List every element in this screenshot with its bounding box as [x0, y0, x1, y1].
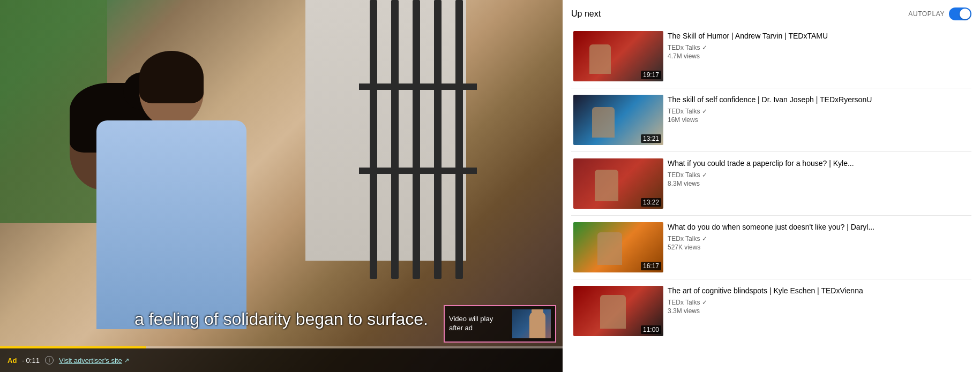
channel-name: TEDx Talks [668, 235, 700, 242]
channel-name: TEDx Talks [668, 171, 700, 179]
video-views: 3.3M views [668, 307, 969, 315]
person-silhouette [54, 51, 279, 329]
thumb-person [597, 232, 622, 265]
toggle-knob [960, 9, 970, 19]
video-card[interactable]: 11:00 The art of cognitive blindspots | … [571, 284, 971, 338]
video-info: What do you do when someone just doesn't… [668, 222, 969, 272]
video-title: The art of cognitive blindspots | Kyle E… [668, 286, 969, 297]
video-title: What if you could trade a paperclip for … [668, 158, 969, 169]
ad-visit-link[interactable]: Visit advertiser's site [59, 356, 122, 365]
autoplay-toggle[interactable] [949, 7, 971, 20]
ad-label: Ad [8, 356, 17, 365]
gate [359, 0, 477, 279]
preview-text: Video will play after ad [449, 315, 508, 333]
video-duration: 13:21 [641, 134, 661, 143]
channel-row: TEDx Talks ✓ [668, 171, 969, 179]
video-card[interactable]: 19:17 The Skill of Humor | Andrew Tarvin… [571, 29, 971, 83]
verified-icon: ✓ [702, 108, 707, 115]
ad-info-button[interactable]: i [45, 356, 54, 365]
thumb-person [600, 295, 626, 329]
video-title: What do you do when someone just doesn't… [668, 222, 969, 233]
video-views: 527K views [668, 244, 969, 251]
autoplay-label: AUTOPLAY [908, 10, 945, 18]
video-player[interactable]: a feeling of solidarity began to surface… [0, 0, 563, 372]
video-info: The art of cognitive blindspots | Kyle E… [668, 286, 969, 336]
video-title: The skill of self confidence | Dr. Ivan … [668, 95, 969, 105]
ad-visit-site[interactable]: Visit advertiser's site ↗ [59, 356, 129, 365]
video-info: The skill of self confidence | Dr. Ivan … [668, 95, 969, 145]
video-thumbnail: 13:21 [573, 95, 663, 145]
verified-icon: ✓ [702, 299, 707, 306]
channel-name: TEDx Talks [668, 299, 700, 306]
ad-bar: Ad · 0:11 i Visit advertiser's site ↗ [0, 348, 563, 372]
thumb-person [595, 170, 618, 201]
video-duration: 11:00 [641, 325, 661, 334]
info-icon: i [49, 357, 50, 363]
video-info: What if you could trade a paperclip for … [668, 158, 969, 209]
video-card[interactable]: 13:21 The skill of self confidence | Dr.… [571, 93, 971, 147]
up-next-sidebar: Up next AUTOPLAY 19:17 The Skill of Humo… [563, 0, 980, 372]
divider [571, 215, 971, 216]
up-next-label: Up next [571, 9, 601, 19]
channel-row: TEDx Talks ✓ [668, 299, 969, 306]
video-thumbnail: 19:17 [573, 31, 663, 81]
video-duration: 19:17 [641, 71, 661, 79]
thumb-person [589, 44, 611, 74]
divider [571, 151, 971, 152]
ad-timer: · 0:11 [22, 356, 40, 365]
channel-row: TEDx Talks ✓ [668, 235, 969, 242]
video-card[interactable]: 16:17 What do you do when someone just d… [571, 220, 971, 275]
video-views: 4.7M views [668, 52, 969, 60]
video-title: The Skill of Humor | Andrew Tarvin | TED… [668, 31, 969, 42]
autoplay-area: AUTOPLAY [908, 7, 971, 20]
channel-name: TEDx Talks [668, 44, 700, 51]
preview-thumbnail [512, 309, 551, 338]
channel-name: TEDx Talks [668, 108, 700, 115]
divider [571, 279, 971, 279]
video-card[interactable]: 13:22 What if you could trade a papercli… [571, 156, 971, 211]
video-duration: 16:17 [641, 262, 661, 270]
verified-icon: ✓ [702, 235, 707, 242]
external-link-icon: ↗ [124, 357, 129, 364]
thumb-person [592, 107, 615, 138]
video-thumbnail: 11:00 [573, 286, 663, 336]
video-info: The Skill of Humor | Andrew Tarvin | TED… [668, 31, 969, 81]
divider [571, 88, 971, 88]
video-views: 8.3M views [668, 180, 969, 187]
video-after-ad-preview: Video will play after ad [444, 305, 556, 343]
video-list: 19:17 The Skill of Humor | Andrew Tarvin… [571, 29, 971, 338]
video-thumbnail: 13:22 [573, 158, 663, 209]
verified-icon: ✓ [702, 171, 707, 179]
verified-icon: ✓ [702, 44, 707, 51]
video-duration: 13:22 [641, 198, 661, 207]
sidebar-header: Up next AUTOPLAY [571, 7, 971, 20]
video-views: 16M views [668, 116, 969, 124]
channel-row: TEDx Talks ✓ [668, 108, 969, 115]
video-thumbnail: 16:17 [573, 222, 663, 272]
channel-row: TEDx Talks ✓ [668, 44, 969, 51]
